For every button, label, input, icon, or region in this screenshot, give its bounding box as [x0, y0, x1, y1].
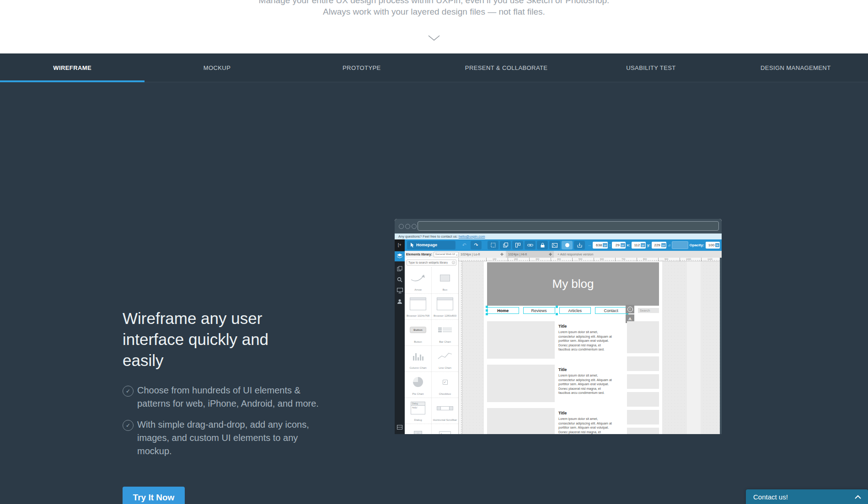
sphere-tool-icon [562, 241, 573, 249]
height-field: 29 px [612, 242, 626, 249]
notification-text: Any questions? Feel free to contact us: [398, 234, 458, 239]
sidebar-placeholder [627, 321, 659, 353]
image-placeholder [487, 408, 555, 434]
try-it-now-button[interactable]: Try It Now [123, 487, 185, 504]
widget-arrow: Arrow [405, 267, 431, 294]
tagline-line-2: Always work with your layered design fil… [0, 6, 868, 17]
image-icon [549, 241, 560, 249]
tab-label: MOCKUP [204, 64, 230, 71]
image-placeholder [487, 321, 555, 359]
article-title: Title [558, 367, 612, 372]
x-field: 112 px [632, 242, 646, 249]
editor-toolbar: [+ Homepage ↶ ↷ [395, 239, 722, 251]
marquee-tool-icon [488, 241, 498, 249]
version-tab-lofi: 1024px | Lo-fi [459, 251, 505, 258]
bullet-item: ✓ Choose from hundreds of UI elements & … [123, 384, 324, 410]
chevron-up-icon [854, 495, 862, 499]
gear-icon [500, 253, 504, 256]
selection-handle [486, 309, 488, 312]
sidebar-placeholder [627, 374, 659, 389]
widget-checkbox: ✓ Checkbox [431, 371, 458, 398]
widget-horizontal-scrollbar: Horizontal Scrollbar [431, 398, 458, 424]
version-tab-hifi: 1024px | Hi-fi [506, 251, 554, 258]
bar-chart-icon [438, 327, 452, 333]
line-chart-icon [438, 352, 452, 360]
wireframe-nav-articles: Articles [559, 307, 591, 314]
button-icon: Button [410, 327, 426, 333]
page-name: Homepage [416, 243, 437, 247]
angle-icon: ⊿ [668, 243, 671, 247]
contact-us-bar[interactable]: Contact us! [746, 489, 868, 504]
feature-bullets: ✓ Choose from hundreds of UI elements & … [123, 384, 324, 466]
tab-label: PROTOTYPE [343, 64, 381, 71]
bullet-text: Choose from hundreds of UI elements & pa… [137, 385, 319, 409]
clear-search-icon: × [452, 261, 455, 264]
heading-line: easily [123, 350, 315, 371]
wireframe-nav-contact: Contact [595, 307, 627, 314]
article-body: Lorem ipsum dolor sit amet, consectetur … [558, 417, 612, 434]
scrollbar-icon [437, 406, 453, 410]
canvas-right-edge [720, 258, 722, 434]
tagline-line-1: Manage your entire UX design process wit… [0, 0, 868, 6]
info-overlay-button: i [626, 305, 634, 313]
heading-line: Wireframe any user [123, 308, 315, 329]
bullet-item: ✓ With simple drag-and-drop, add any ico… [123, 418, 324, 458]
bullet-text: With simple drag-and-drop, add any icons… [137, 419, 309, 456]
preview-icon [395, 286, 405, 296]
sidebar-placeholder [627, 392, 659, 407]
add-responsive-version: + Add responsive version [557, 251, 593, 258]
url-field [418, 221, 719, 231]
collapse-panel-icon: [+ [395, 239, 405, 251]
selection-handle [486, 306, 488, 308]
search-icon [395, 275, 405, 285]
selection-handle [556, 313, 558, 315]
width-field: 638 px [593, 242, 608, 249]
tab-wireframe[interactable]: WIREFRAME [0, 53, 145, 82]
banner-title: My blog [552, 277, 594, 291]
cursor-icon [410, 243, 414, 248]
rotation-field [672, 241, 688, 249]
window-button-icon [405, 224, 410, 229]
text-input-icon: A [439, 431, 451, 434]
export-icon [574, 241, 585, 249]
blog-banner: My blog [487, 262, 659, 306]
widget-button: Button Button [405, 319, 431, 346]
widget-line-chart: Line Chart [431, 345, 458, 372]
editor-screenshot: Any questions? Feel free to contact us: … [395, 219, 722, 434]
elements-library-header: Elements library: General Web UI ▾ [405, 251, 459, 258]
lock-icon [537, 241, 548, 249]
notification-bar: Any questions? Feel free to contact us: … [395, 233, 722, 239]
tab-prototype[interactable]: PROTOTYPE [289, 53, 434, 82]
widget-bar-chart: Bar Chart [431, 319, 458, 346]
widget-dialog: Dialog Hello! Dialog [405, 398, 431, 424]
pages-icon [395, 264, 405, 274]
browser-icon [410, 297, 426, 310]
copy-icon [500, 241, 511, 249]
tab-design-management[interactable]: DESIGN MANAGEMENT [723, 53, 868, 82]
checkbox-icon: ✓ [443, 380, 448, 385]
selection-handle [486, 313, 488, 315]
tab-usability-test[interactable]: USABILITY TEST [579, 53, 723, 82]
tab-mockup[interactable]: MOCKUP [145, 53, 289, 82]
tab-label: PRESENT & COLLABORATE [465, 64, 548, 71]
keyboard-icon [395, 422, 405, 432]
wireframe-page: My blog Home Reviews Articles Contact [484, 261, 662, 434]
layout-icon [512, 241, 523, 249]
browser-chrome [395, 219, 722, 233]
window-button-icon [412, 224, 417, 229]
chevron-down-icon: ▾ [456, 253, 457, 257]
layers-icon [395, 251, 405, 261]
canvas-gutter [687, 261, 701, 434]
sidebar-placeholder [627, 410, 659, 424]
widget-box: Box [431, 267, 458, 294]
redo-icon: ↷ [471, 241, 482, 249]
feature-nav: WIREFRAME MOCKUP PROTOTYPE PRESENT & COL… [0, 53, 868, 82]
article-body: Lorem ipsum dolor sit amet, consectetur … [558, 373, 612, 395]
dimension-fields: ↔ 638 px : 29 px x: 112 px y: 229 px ⊿ [588, 241, 720, 249]
y-field: 229 px [652, 242, 666, 249]
article-title: Title [558, 411, 612, 415]
chevron-down-icon [428, 35, 440, 43]
tab-present-collaborate[interactable]: PRESENT & COLLABORATE [434, 53, 579, 82]
pie-chart-icon [413, 377, 423, 387]
gear-icon [549, 253, 552, 256]
